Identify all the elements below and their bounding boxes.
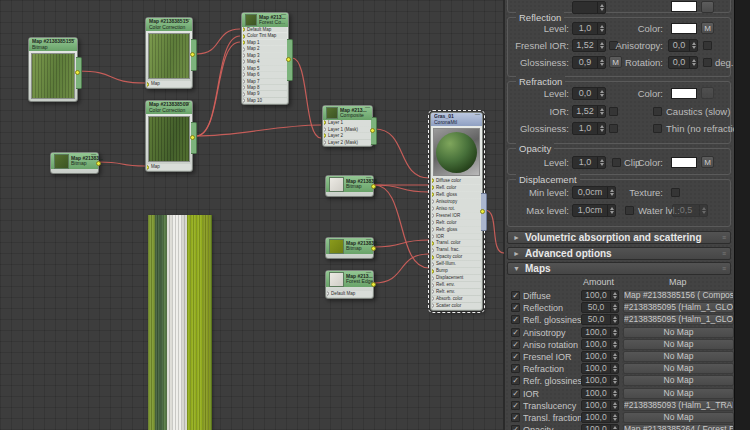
- spinner-arrows-icon[interactable]: [610, 352, 618, 361]
- map-assign-button[interactable]: No Map: [623, 351, 734, 362]
- map-assign-button[interactable]: No Map: [623, 375, 734, 386]
- input-socket[interactable]: [243, 40, 245, 45]
- collapse-icon[interactable]: —: [281, 12, 286, 18]
- output-socket[interactable]: [371, 246, 376, 251]
- node-gras-01[interactable]: Gras_01CoronaMtl—Diffuse colorRefl. colo…: [430, 112, 483, 311]
- map-amount-spinner[interactable]: 100,0: [581, 412, 619, 423]
- spinner-arrows-icon[interactable]: [597, 106, 605, 117]
- input-socket[interactable]: [432, 241, 434, 246]
- node-slot-refl-env-[interactable]: Refl. env.: [432, 282, 481, 288]
- node-slot-map-2[interactable]: Map 2: [243, 46, 287, 51]
- spinner-arrows-icon[interactable]: [689, 57, 697, 68]
- node-slot-map-6[interactable]: Map 6: [243, 72, 287, 77]
- map-amount-spinner[interactable]: 50,0: [581, 314, 619, 325]
- spinner-arrows-icon[interactable]: [597, 23, 605, 34]
- refraction-glossiness-spinner[interactable]: 1,0: [572, 122, 606, 135]
- spinner-arrows-icon[interactable]: [689, 40, 697, 51]
- refraction-color-map-button[interactable]: [701, 87, 714, 99]
- input-socket[interactable]: [324, 140, 326, 145]
- spinner-arrows-icon[interactable]: [610, 376, 618, 385]
- map-enable-checkbox[interactable]: ✓: [511, 413, 520, 422]
- node-composite[interactable]: Map #213...Composite—Layer 1Layer 1 (Mas…: [322, 105, 373, 147]
- node-header[interactable]: Map #213838...Bitmap—: [326, 238, 373, 254]
- node-header[interactable]: Map #2138385155Bitmap—: [29, 38, 77, 51]
- input-socket[interactable]: [432, 255, 434, 260]
- spinner-arrows-icon[interactable]: [597, 88, 605, 99]
- node-slot-layer-2[interactable]: Layer 2: [324, 133, 371, 139]
- refraction-color-swatch[interactable]: [671, 88, 697, 99]
- node-header[interactable]: Gras_01CoronaMtl—: [431, 113, 482, 126]
- map-assign-button[interactable]: No Map: [623, 412, 734, 423]
- ior-checkbox[interactable]: [609, 107, 618, 116]
- rotation-checkbox[interactable]: [703, 58, 712, 67]
- spinner-arrows-icon[interactable]: [610, 401, 618, 410]
- input-socket[interactable]: [432, 185, 434, 190]
- node-slot-aniso-rot-[interactable]: Aniso rot.: [432, 206, 481, 212]
- top-partial-color-swatch[interactable]: [671, 1, 697, 12]
- spinner-arrows-icon[interactable]: [699, 205, 707, 216]
- node-slot-refl-gloss[interactable]: Refl. gloss: [432, 192, 481, 198]
- map-enable-checkbox[interactable]: ✓: [511, 328, 520, 337]
- input-socket[interactable]: [432, 283, 434, 288]
- top-partial-spinner[interactable]: [572, 1, 606, 14]
- node-slot-transl-color[interactable]: Transl. color: [432, 240, 481, 246]
- clip-checkbox[interactable]: [612, 158, 621, 167]
- map-assign-button[interactable]: No Map: [623, 388, 734, 399]
- map-enable-checkbox[interactable]: ✓: [511, 303, 520, 312]
- spinner-arrows-icon[interactable]: [597, 123, 605, 134]
- node-slot-scatter-color[interactable]: Scatter color: [432, 303, 481, 309]
- collapse-icon[interactable]: —: [475, 112, 480, 118]
- output-socket[interactable]: [371, 282, 376, 287]
- reflection-glossiness-spinner[interactable]: 0,9: [572, 56, 606, 69]
- node-header[interactable]: Map #213...Composite—: [323, 106, 372, 120]
- node-slot-opacity-color[interactable]: Opacity color: [432, 254, 481, 260]
- input-socket[interactable]: [324, 127, 326, 132]
- node-preview-thumbnail[interactable]: [31, 53, 75, 99]
- node-bitmap-gloss[interactable]: Map #213838...Bitmap—: [325, 175, 374, 197]
- map-enable-checkbox[interactable]: ✓: [511, 291, 520, 300]
- input-socket[interactable]: [243, 59, 245, 64]
- node-slot-refr-color[interactable]: Refr. color: [432, 220, 481, 226]
- map-assign-button[interactable]: No Map: [623, 363, 734, 374]
- collapse-icon[interactable]: —: [70, 37, 75, 43]
- input-socket[interactable]: [432, 227, 434, 232]
- input-socket[interactable]: [432, 178, 434, 183]
- map-enable-checkbox[interactable]: ✓: [511, 315, 520, 324]
- input-socket[interactable]: [147, 165, 149, 170]
- node-slot-ior[interactable]: IOR: [432, 234, 481, 240]
- top-partial-map-button[interactable]: [701, 1, 714, 13]
- rollout-menu-icon[interactable]: ≡: [722, 263, 726, 274]
- input-socket[interactable]: [432, 248, 434, 253]
- reflection-color-swatch[interactable]: [671, 23, 697, 34]
- map-amount-spinner[interactable]: 100,0: [581, 400, 619, 411]
- collapse-icon[interactable]: —: [185, 17, 190, 23]
- node-header[interactable]: Map #21383...Bitmap—: [51, 153, 98, 169]
- node-forest-edge[interactable]: Map #213...Forest Edge—Default Map: [325, 270, 374, 299]
- spinner-arrows-icon[interactable]: [607, 205, 615, 216]
- node-slot-default-map[interactable]: Default Map: [327, 291, 372, 297]
- input-socket[interactable]: [432, 206, 434, 211]
- map-amount-spinner[interactable]: 100,0: [581, 424, 619, 430]
- input-socket[interactable]: [432, 296, 434, 301]
- input-socket[interactable]: [243, 47, 245, 52]
- output-socket[interactable]: [370, 128, 375, 133]
- node-slot-default-map[interactable]: Default Map: [243, 27, 287, 32]
- input-socket[interactable]: [243, 72, 245, 77]
- map-enable-checkbox[interactable]: ✓: [511, 352, 520, 361]
- collapse-icon[interactable]: —: [91, 152, 96, 158]
- node-header[interactable]: Map #213...Forest Co...—: [242, 13, 288, 27]
- node-slot-fresnel-ior[interactable]: Fresnel IOR: [432, 213, 481, 219]
- refraction-level-spinner[interactable]: 0,0: [572, 87, 606, 100]
- node-bitmap-trans[interactable]: Map #213838...Bitmap—: [325, 237, 374, 259]
- input-socket[interactable]: [243, 27, 245, 32]
- node-bitmap-155[interactable]: Map #2138385155Bitmap—: [28, 37, 78, 102]
- texture-checkbox[interactable]: [671, 188, 680, 197]
- spinner-arrows-icon[interactable]: [610, 303, 618, 312]
- map-amount-spinner[interactable]: 100,0: [581, 351, 619, 362]
- spinner-arrows-icon[interactable]: [610, 328, 618, 337]
- output-socket[interactable]: [75, 70, 80, 75]
- spinner-arrows-icon[interactable]: [610, 413, 618, 422]
- node-slot-bump[interactable]: Bump: [432, 268, 481, 274]
- thin-checkbox[interactable]: [653, 124, 662, 133]
- node-slot-map-8[interactable]: Map 8: [243, 85, 287, 90]
